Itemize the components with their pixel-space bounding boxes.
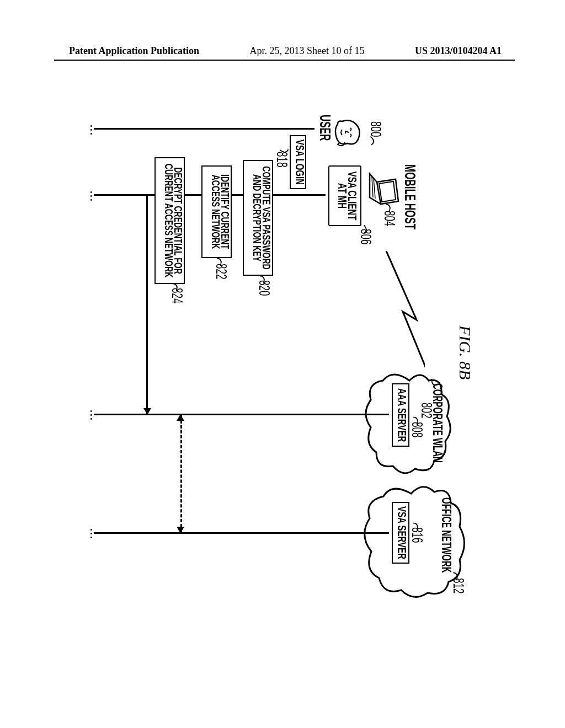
vsa-client-box: VSA CLIENT AT MH — [328, 165, 361, 226]
corporate-wlan-reference-number: 802 — [417, 403, 435, 418]
user-label: USER — [316, 115, 333, 141]
aaa-server-box: AAA SERVER — [392, 383, 409, 447]
header-center: Apr. 25, 2013 Sheet 10 of 15 — [250, 45, 365, 57]
vsa-login-box: VSA LOGIN — [290, 135, 306, 189]
continuation-dots-icon: ... — [88, 410, 99, 421]
corporate-wlan-label: CORPORATE WLAN — [430, 383, 445, 463]
lifeline-vsa-server — [94, 532, 389, 534]
continuation-dots-icon: ... — [88, 191, 99, 202]
mobile-host-reference-number: 804 — [380, 211, 398, 226]
process-box-822: IDENTIFY CURRENT ACCESS NETWORK — [201, 165, 232, 258]
box822-line2: ACCESS NETWORK — [210, 167, 222, 257]
wireless-bolt-icon — [381, 248, 425, 375]
process-box-820: COMPUTE VSA PASSWORD AND DECRYPTION KEY — [243, 160, 273, 276]
box824-line2: CURRENT ACCESS NETWORK — [163, 158, 175, 283]
header-left: Patent Application Publication — [69, 45, 199, 57]
process-box-824: DECRYPT CREDENTIAL FOR CURRENT ACCESS NE… — [154, 157, 185, 284]
box820-line2: AND DECRYPTION KEY — [252, 161, 263, 275]
figure-rotated: FIG. 8B USER 800 MOBILE HOST 804 VSA CLI… — [88, 105, 475, 601]
figure-area: FIG. 8B USER 800 MOBILE HOST 804 VSA CLI… — [88, 105, 475, 601]
laptop-icon — [367, 171, 400, 210]
office-network-label: OFFICE NETWORK — [439, 497, 454, 573]
continuation-dots-icon: ... — [88, 528, 99, 540]
dashed-double-arrow — [180, 415, 182, 532]
figure-title: FIG. 8B — [456, 325, 475, 379]
continuation-dots-icon: ... — [88, 125, 99, 136]
lifeline-user — [94, 128, 315, 130]
vsa-server-box: VSA SERVER — [392, 502, 409, 564]
vsa-login-reference-number: 818 — [273, 152, 290, 167]
vsa-client-line2: AT MH — [337, 167, 349, 225]
page-header: Patent Application Publication Apr. 25, … — [0, 45, 565, 57]
vsa-login-label: VSA LOGIN — [293, 136, 306, 188]
header-rule — [54, 60, 515, 61]
office-network-reference-number: 812 — [449, 578, 467, 593]
user-head-icon — [331, 116, 364, 149]
mobile-host-label: MOBILE HOST — [401, 164, 418, 229]
solid-arrow — [147, 196, 148, 414]
leader-hook-icon — [367, 136, 376, 145]
lifeline-aaa-server — [94, 414, 389, 415]
user-reference-number: 800 — [366, 121, 384, 137]
header-right: US 2013/0104204 A1 — [415, 45, 502, 57]
